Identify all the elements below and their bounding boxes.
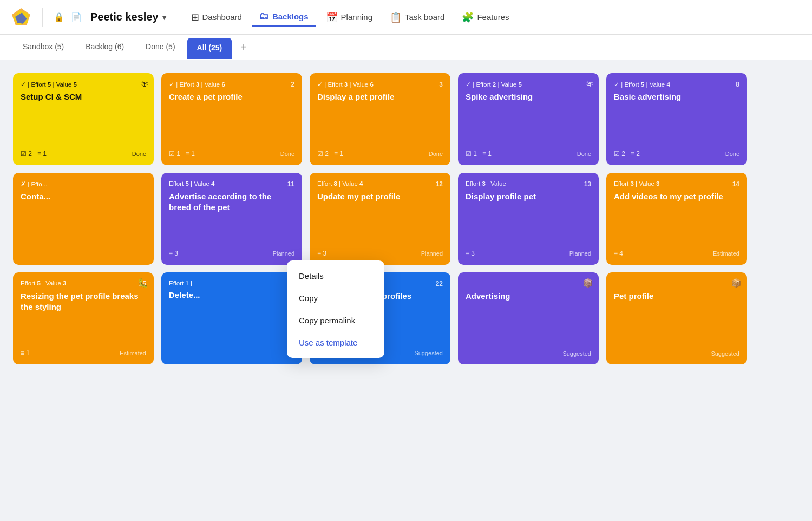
card-status-4: Done [577, 151, 591, 157]
context-menu-details[interactable]: Details [287, 265, 384, 287]
card-advertise-breed[interactable]: Effort 5 | Value 4 11 Advertise accordin… [161, 173, 302, 265]
card-meta-5: ✓ | Effort 5 | Value 4 [614, 81, 670, 88]
card-status-5: Done [725, 151, 739, 157]
package-icon-24: 📦 [582, 278, 593, 288]
nav-planning[interactable]: 📅 Planning [318, 8, 380, 27]
card-title-24: Advertising [466, 291, 591, 302]
card-title-15: Resizing the pet profile breaks the styl… [21, 291, 146, 313]
context-menu-copy[interactable]: Copy [287, 287, 384, 309]
card-checks-3: ☑ 2 [317, 150, 329, 158]
taskboard-icon: 📋 [390, 11, 402, 23]
card-docs-1: ≡ 1 [37, 150, 47, 158]
tab-done[interactable]: Done (5) [136, 35, 185, 60]
card-checks-5: ☑ 2 [614, 150, 625, 158]
card-meta-1: ✓ | Effort 5 | Value 5 [21, 81, 77, 88]
card-meta-6: ✗ | Effo... [21, 180, 47, 188]
nav-features-label: Features [477, 12, 509, 22]
nav-dashboard-label: Dashboard [202, 12, 242, 22]
card-docs-15: ≡ 1 [21, 349, 30, 357]
card-title-5: Basic advertising [614, 92, 739, 102]
card-status-22: Suggested [414, 350, 443, 356]
card-status-11: Planned [273, 250, 294, 257]
card-title-25: Pet profile [614, 291, 739, 302]
nav-backlogs[interactable]: 🗂 Backlogs [252, 8, 316, 27]
context-menu-use-as-template[interactable]: Use as template [287, 331, 384, 354]
tab-backlog[interactable]: Backlog (6) [76, 35, 134, 60]
header: 🔒 📄 Peetic kesley ▼ ⊞ Dashboard 🗂 Backlo… [0, 0, 812, 35]
card-advertising-suggested[interactable]: 24 📦 Advertising Suggested [458, 272, 599, 364]
card-title-4: Spike advertising [466, 92, 591, 102]
nav-taskboard[interactable]: 📋 Task board [382, 8, 452, 27]
context-menu: Details Copy Copy permalink Use as templ… [287, 260, 384, 358]
card-display-profile-pet[interactable]: Effort 3 | Value 13 Display profile pet … [458, 173, 599, 265]
card-num-11: 11 [287, 180, 294, 188]
card-status-13: Planned [569, 250, 591, 257]
card-meta-4: ✓ | Effort 2 | Value 5 [466, 81, 522, 88]
planning-icon: 📅 [326, 11, 338, 23]
card-docs-5: ≡ 2 [631, 150, 640, 158]
logo[interactable] [11, 7, 31, 28]
card-basic-advertising[interactable]: ✓ | Effort 5 | Value 4 8 Basic advertisi… [606, 73, 747, 165]
card-title-16: Delete... [169, 290, 294, 301]
card-meta-15: Effort 5 | Value 3 [21, 280, 66, 286]
card-num-14: 14 [732, 180, 739, 188]
card-docs-4: ≡ 1 [482, 150, 492, 158]
card-meta-16: Effort 1 | [169, 280, 192, 286]
context-menu-copy-permalink[interactable]: Copy permalink [287, 309, 384, 331]
tabs-bar: Sandbox (5) Backlog (6) Done (5) All (25… [0, 35, 812, 60]
card-checks-4: ☑ 1 [466, 150, 477, 158]
dashboard-icon: ⊞ [191, 11, 199, 23]
card-title-6: Conta... [21, 191, 146, 202]
card-num-13: 13 [584, 180, 591, 188]
card-status-14: Estimated [713, 250, 739, 257]
chevron-down-icon: ▼ [161, 13, 168, 22]
card-docs-2: ≡ 1 [186, 150, 195, 158]
card-meta-14: Effort 3 | Value 3 [614, 180, 659, 187]
card-docs-13: ≡ 3 [466, 250, 475, 257]
card-status-24: Suggested [562, 350, 591, 357]
card-resizing-pet-profile[interactable]: Effort 5 | Value 3 15 🐛 Resizing the pet… [13, 272, 154, 364]
nav-dashboard[interactable]: ⊞ Dashboard [184, 8, 250, 27]
card-title-11: Advertise according to the breed of the … [169, 191, 294, 213]
card-spike-advertising[interactable]: ✓ | Effort 2 | Value 5 4 ✂ Spike adverti… [458, 73, 599, 165]
card-display-pet-profile[interactable]: ✓ | Effort 3 | Value 6 3 Display a pet p… [310, 73, 450, 165]
card-num-12: 12 [436, 180, 443, 188]
card-create-pet-profile[interactable]: ✓ | Effort 3 | Value 6 2 Create a pet pr… [161, 73, 302, 165]
tab-sandbox[interactable]: Sandbox (5) [13, 35, 74, 60]
lock-icon: 🔒 [54, 12, 64, 22]
card-meta-3: ✓ | Effort 3 | Value 6 [317, 81, 374, 88]
features-icon: 🧩 [462, 11, 474, 23]
card-title-1: Setup CI & SCM [21, 92, 146, 102]
card-checks-1: ☑ 2 [21, 150, 32, 158]
card-add-videos[interactable]: Effort 3 | Value 3 14 Add videos to my p… [606, 173, 747, 265]
card-update-pet-profile[interactable]: Effort 8 | Value 4 12 Update my pet prof… [310, 173, 450, 265]
backlogs-icon: 🗂 [259, 11, 269, 22]
card-partial-delete[interactable]: Effort 1 | Delete... [161, 272, 302, 364]
card-status-12: Planned [421, 250, 443, 257]
bug-icon-15: 🐛 [137, 278, 148, 288]
card-pet-profile-suggested[interactable]: 25 📦 Pet profile Suggested [606, 272, 747, 364]
tab-all[interactable]: All (25) [187, 38, 232, 59]
card-title-13: Display profile pet [466, 191, 591, 202]
card-status-3: Done [429, 151, 443, 157]
add-tab-button[interactable]: + [234, 37, 253, 58]
card-setup-ci-scm[interactable]: ✓ | Effort 5 | Value 5 1 ✂ Setup CI & SC… [13, 73, 154, 165]
card-status-2: Done [280, 151, 294, 157]
card-partial-contact[interactable]: ✗ | Effo... Conta... [13, 173, 154, 265]
project-name[interactable]: Peetic kesley ▼ [90, 11, 168, 23]
card-title-14: Add videos to my pet profile [614, 191, 739, 202]
card-docs-14: ≡ 4 [614, 250, 623, 257]
card-checks-2: ☑ 1 [169, 150, 180, 158]
main-nav: ⊞ Dashboard 🗂 Backlogs 📅 Planning 📋 Task… [184, 8, 517, 27]
board: ✓ | Effort 5 | Value 5 1 ✂ Setup CI & SC… [0, 60, 812, 377]
doc-icon: 📄 [71, 12, 82, 22]
card-num-3: 3 [439, 81, 443, 88]
card-status-25: Suggested [711, 350, 739, 357]
card-num-5: 8 [736, 81, 739, 88]
nav-features[interactable]: 🧩 Features [454, 8, 516, 27]
header-divider [42, 8, 43, 27]
card-status-1: Done [132, 151, 146, 157]
card-title-12: Update my pet profile [317, 191, 443, 202]
card-meta-11: Effort 5 | Value 4 [169, 180, 214, 187]
card-meta-2: ✓ | Effort 3 | Value 6 [169, 81, 225, 88]
